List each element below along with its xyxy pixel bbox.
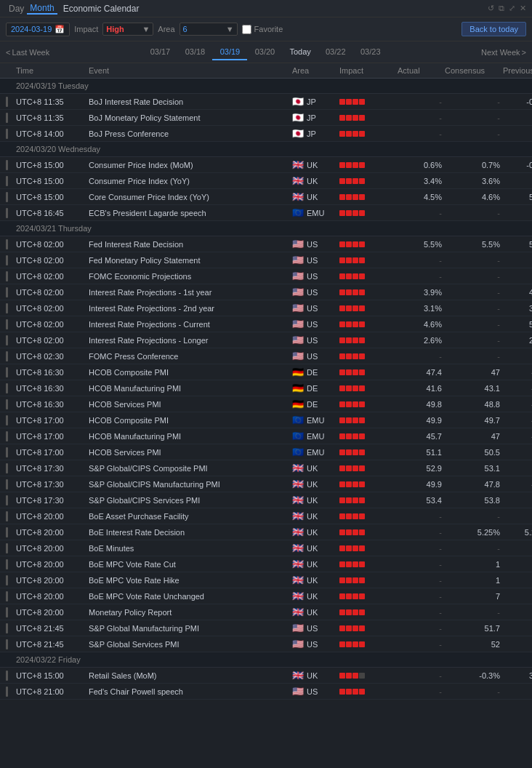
calendar-icon[interactable]: 📅 [55, 25, 65, 34]
row-consensus: - [445, 336, 503, 345]
table-row[interactable]: UTC+8 02:00 Interest Rate Projections - … [0, 316, 532, 332]
table-row[interactable]: UTC+8 02:00 Interest Rate Projections - … [0, 284, 532, 300]
row-consensus: 43.1 [445, 384, 503, 393]
table-row[interactable]: UTC+8 17:30 S&P Global/CIPS Composite PM… [0, 460, 532, 476]
table-row[interactable]: UTC+8 20:00 BoE Asset Purchase Facility … [0, 508, 532, 524]
section-header-0: 2024/03/19 Tuesday [0, 79, 532, 94]
row-previous: - [503, 113, 532, 122]
title-bar: Day Month Economic Calendar ↺ ⧉ ⤢ ✕ [0, 0, 532, 17]
row-indicator [6, 113, 8, 123]
table-row[interactable]: UTC+8 20:00 BoE MPC Vote Rate Hike 🇬🇧 UK… [0, 572, 532, 588]
table-row[interactable]: UTC+8 02:00 Fed Interest Rate Decision 🇺… [0, 236, 532, 252]
table-row[interactable]: UTC+8 20:00 BoE MPC Vote Rate Unchanged … [0, 588, 532, 604]
table-row[interactable]: UTC+8 02:30 FOMC Press Conference 🇺🇸 US … [0, 348, 532, 364]
row-time: UTC+8 02:00 [16, 256, 89, 265]
row-actual: - [398, 512, 445, 521]
next-week-button[interactable]: Next Week > [481, 48, 526, 57]
row-consensus: 47 [445, 368, 503, 377]
row-consensus: - [445, 288, 503, 297]
row-time: UTC+8 02:00 [16, 320, 89, 329]
refresh-icon[interactable]: ↺ [488, 4, 494, 13]
table-row[interactable]: UTC+8 14:00 BoJ Press Conference 🇯🇵 JP -… [0, 126, 532, 142]
table-row[interactable]: UTC+8 17:30 S&P Global/CIPS Services PMI… [0, 492, 532, 508]
row-event: S&P Global/CIPS Composite PMI [89, 464, 292, 473]
row-time: UTC+8 15:00 [16, 161, 89, 169]
row-indicator [6, 607, 8, 617]
row-time: UTC+8 16:30 [16, 400, 89, 409]
table-row[interactable]: UTC+8 16:30 HCOB Manufacturing PMI 🇩🇪 DE… [0, 380, 532, 396]
table-row[interactable]: UTC+8 17:00 HCOB Services PMI 🇪🇺 EMU 51.… [0, 444, 532, 460]
row-consensus: - [445, 113, 503, 122]
row-event: HCOB Manufacturing PMI [89, 384, 292, 393]
row-area: 🇺🇸 US [292, 351, 339, 361]
nav-date-today[interactable]: Today [282, 44, 318, 60]
table-row[interactable]: UTC+8 16:45 ECB's President Lagarde spee… [0, 205, 532, 221]
nav-date-0322[interactable]: 03/22 [318, 44, 353, 60]
favorite-checkbox[interactable] [242, 25, 251, 34]
date-input[interactable]: 2024-03-19 📅 [6, 23, 70, 36]
table-row[interactable]: UTC+8 20:00 BoE Minutes 🇬🇧 UK - - - [0, 540, 532, 556]
table-row[interactable]: UTC+8 20:00 BoE MPC Vote Rate Cut 🇬🇧 UK … [0, 556, 532, 572]
nav-date-0323[interactable]: 03/23 [353, 44, 388, 60]
table-row[interactable]: UTC+8 15:00 Core Consumer Price Index (Y… [0, 189, 532, 205]
table-row[interactable]: UTC+8 21:45 S&P Global Services PMI 🇺🇸 U… [0, 636, 532, 652]
row-event: BoE Asset Purchase Facility [89, 512, 292, 521]
row-area: 🇪🇺 EMU [292, 415, 339, 425]
table-row[interactable]: UTC+8 02:00 Fed Monetary Policy Statemen… [0, 252, 532, 268]
row-consensus: 52 [445, 640, 503, 649]
row-consensus: 49.7 [445, 416, 503, 425]
area-select[interactable]: 6 ▼ [180, 23, 238, 36]
table-row[interactable]: UTC+8 15:00 Consumer Price Index (YoY) 🇬… [0, 173, 532, 189]
row-actual: 3.4% [398, 177, 445, 185]
impact-select[interactable]: High ▼ [102, 23, 153, 36]
close-icon[interactable]: ✕ [520, 4, 526, 13]
table-row[interactable]: UTC+8 02:00 FOMC Economic Projections 🇺🇸… [0, 268, 532, 284]
table-row[interactable]: UTC+8 16:30 HCOB Services PMI 🇩🇪 DE 49.8… [0, 396, 532, 412]
row-actual: - [398, 576, 445, 585]
row-consensus: 0.7% [445, 161, 503, 169]
table-row[interactable]: UTC+8 20:00 Monetary Policy Report 🇬🇧 UK… [0, 604, 532, 620]
flag-icon: 🇺🇸 [292, 239, 304, 249]
nav-date-0319[interactable]: 03/19 [212, 44, 247, 60]
table-row[interactable]: UTC+8 02:00 Interest Rate Projections - … [0, 300, 532, 316]
row-time: UTC+8 20:00 [16, 560, 89, 569]
table-row[interactable]: UTC+8 11:35 BoJ Monetary Policy Statemen… [0, 110, 532, 126]
back-to-today-button[interactable]: Back to today [462, 22, 526, 36]
nav-date-0318[interactable]: 03/18 [177, 44, 212, 60]
area-code: UK [307, 576, 318, 585]
row-actual: 49.8 [398, 400, 445, 409]
expand-icon[interactable]: ⤢ [509, 4, 515, 13]
row-previous: 3.6% [503, 304, 532, 313]
table-row[interactable]: UTC+8 15:00 Consumer Price Index (MoM) 🇬… [0, 157, 532, 173]
table-row[interactable]: UTC+8 02:00 Interest Rate Projections - … [0, 332, 532, 348]
area-code: DE [307, 384, 318, 393]
row-event: HCOB Manufacturing PMI [89, 432, 292, 441]
table-row[interactable]: UTC+8 17:00 HCOB Composite PMI 🇪🇺 EMU 49… [0, 412, 532, 428]
row-impact [339, 609, 398, 615]
table-row[interactable]: UTC+8 21:00 Fed's Chair Powell speech 🇺🇸… [0, 684, 532, 700]
row-indicator [6, 559, 8, 569]
prev-week-button[interactable]: < Last Week [6, 48, 49, 57]
table-row[interactable]: UTC+8 15:00 Retail Sales (MoM) 🇬🇧 UK - -… [0, 668, 532, 684]
table-row[interactable]: UTC+8 17:30 S&P Global/CIPS Manufacturin… [0, 476, 532, 492]
nav-date-0320[interactable]: 03/20 [247, 44, 282, 60]
tab-day[interactable]: Day [6, 4, 27, 14]
row-event: HCOB Services PMI [89, 400, 292, 409]
nav-date-0317[interactable]: 03/17 [142, 44, 177, 60]
favorite-checkbox-group[interactable]: Favorite [242, 25, 283, 34]
row-event: Interest Rate Projections - Longer [89, 336, 292, 345]
row-indicator [6, 160, 8, 170]
impact-label: Impact [74, 25, 98, 33]
row-previous: 46.3 [503, 368, 532, 377]
row-impact [339, 529, 398, 535]
table-row[interactable]: UTC+8 11:35 BoJ Interest Rate Decision 🇯… [0, 94, 532, 110]
row-consensus: - [445, 352, 503, 361]
table-row[interactable]: UTC+8 17:00 HCOB Manufacturing PMI 🇪🇺 EM… [0, 428, 532, 444]
row-actual: 3.9% [398, 288, 445, 297]
flag-icon: 🇬🇧 [292, 191, 304, 202]
maximize-icon[interactable]: ⧉ [499, 4, 504, 13]
tab-month[interactable]: Month [27, 3, 57, 15]
table-row[interactable]: UTC+8 21:45 S&P Global Manufacturing PMI… [0, 620, 532, 636]
table-row[interactable]: UTC+8 16:30 HCOB Composite PMI 🇩🇪 DE 47.… [0, 364, 532, 380]
table-row[interactable]: UTC+8 20:00 BoE Interest Rate Decision 🇬… [0, 524, 532, 540]
